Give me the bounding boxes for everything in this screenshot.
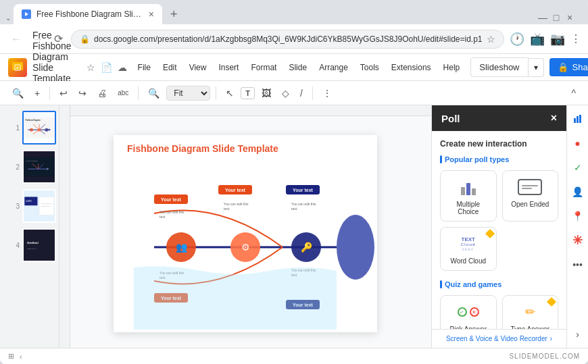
menu-format[interactable]: Format: [245, 60, 282, 75]
tab-list-btn[interactable]: ⌄: [5, 14, 11, 22]
menu-view[interactable]: View: [184, 60, 212, 75]
zoom-fit-button[interactable]: 🔍: [8, 85, 28, 101]
collapse-toolbar-button[interactable]: ^: [567, 85, 580, 101]
right-icon-pin[interactable]: 📍: [570, 208, 586, 224]
browser-more-button[interactable]: ⋮: [570, 32, 581, 45]
screen-recorder-link: Screen & Voice & Video Recorder: [446, 335, 547, 342]
poll-card-type-answer[interactable]: ✏ Type Answer: [502, 295, 559, 329]
minimize-button[interactable]: —: [538, 12, 547, 22]
menu-edit[interactable]: Edit: [157, 60, 182, 75]
slide-thumbnail-3[interactable]: LEARN: [22, 189, 56, 223]
bottom-left: ⊞ ‹: [8, 352, 22, 361]
right-icon-asterisk[interactable]: ✳: [570, 232, 586, 249]
svg-text:SlideModel: SlideModel: [27, 242, 39, 244]
camera-icon[interactable]: 📷: [550, 32, 565, 47]
back-button[interactable]: ←: [8, 30, 24, 48]
sidebar-collapse-button[interactable]: ‹: [20, 353, 22, 361]
bookmark-button[interactable]: ☆: [487, 34, 495, 45]
right-icon-check[interactable]: ✓: [570, 159, 586, 176]
history-icon[interactable]: 🕐: [510, 32, 524, 47]
app-right-actions: Slideshow ▾ 🔒 Share ▾: [470, 57, 588, 77]
ruler-top: [59, 105, 431, 116]
right-icon-chart[interactable]: [570, 111, 586, 127]
grid-view-button[interactable]: ⊞: [8, 352, 14, 361]
menu-arrange[interactable]: Arrange: [314, 60, 353, 75]
slide-number-1: 1: [14, 124, 20, 132]
right-icon-user[interactable]: 👤: [570, 184, 586, 200]
menu-slide[interactable]: Slide: [283, 60, 312, 75]
poll-card-pick-answer[interactable]: ✓ ✕ Pick Answer: [440, 295, 497, 329]
more-tools-button[interactable]: ⋮: [318, 85, 336, 101]
menu-file[interactable]: File: [132, 60, 156, 75]
toolbar: 🔍 + ↩ ↪ 🖨 abc 🔍 Fit 50% 75% 100% ↖ T 🖼 ◇…: [0, 81, 588, 105]
type-answer-label: Type Answer: [511, 326, 549, 329]
type-answer-icon: ✏: [516, 301, 543, 323]
poll-close-button[interactable]: ×: [551, 112, 557, 124]
poll-card-word-cloud[interactable]: TEXT Cloud text Word Cloud: [440, 227, 497, 271]
cloud-icon[interactable]: ☁: [118, 62, 127, 73]
add-button[interactable]: +: [30, 85, 44, 101]
poll-card-open-ended[interactable]: Open Ended: [502, 170, 559, 222]
slide-thumb-wrapper-3: 3 LEARN: [3, 189, 56, 223]
svg-rect-64: [579, 115, 581, 123]
spellcheck-button[interactable]: abc: [114, 86, 132, 99]
redo-button[interactable]: ↪: [74, 85, 91, 101]
slide-canvas[interactable]: Fishbone Diagram Slide Template: [114, 135, 377, 332]
doc-icon[interactable]: 📄: [101, 62, 112, 73]
star-icon[interactable]: ☆: [87, 62, 95, 73]
menu-insert[interactable]: Insert: [213, 60, 244, 75]
maximize-button[interactable]: □: [552, 12, 561, 22]
menu-help[interactable]: Help: [438, 60, 466, 75]
poll-card-multiple-choice[interactable]: Multiple Choice: [440, 170, 497, 222]
lock-icon: 🔒: [80, 34, 90, 44]
panel-expand-button[interactable]: ›: [570, 326, 586, 342]
print-button[interactable]: 🖨: [93, 85, 111, 101]
toolbar-separator-2: [138, 86, 139, 100]
svg-rect-4: [16, 67, 19, 68]
poll-games-title: Quiz and games: [440, 280, 558, 288]
tab-title: Free Fishbone Diagram Slide Te...: [36, 9, 143, 19]
tab-close-btn[interactable]: ×: [149, 9, 154, 20]
slideshow-dropdown[interactable]: ▾: [529, 58, 544, 77]
close-button[interactable]: ×: [565, 12, 574, 22]
new-tab-button[interactable]: +: [165, 7, 183, 24]
slide-thumb-wrapper-2: 2 Fishbone Diagram: [3, 150, 56, 184]
svg-rect-2: [12, 62, 23, 70]
url-bar[interactable]: 🔒 docs.google.com/presentation/d/1aKzgbb…: [71, 30, 504, 49]
footer-arrow: ›: [550, 335, 552, 342]
tab-left-controls: ⌄: [5, 14, 11, 24]
share-button-group: 🔒 Share ▾: [549, 58, 588, 76]
menu-tools[interactable]: Tools: [355, 60, 385, 75]
svg-rect-28: [39, 197, 54, 215]
svg-text:👥: 👥: [176, 242, 188, 253]
svg-text:LEARN: LEARN: [26, 200, 32, 203]
content-area: 1 Fishbone Diagram: [0, 105, 588, 348]
svg-text:🔑: 🔑: [301, 242, 313, 253]
image-tool[interactable]: 🖼: [258, 85, 275, 101]
zoom-select[interactable]: Fit 50% 75% 100%: [166, 86, 210, 101]
app-bar: Free Fishbone Diagram Slide Template for…: [0, 54, 588, 81]
right-icon-circle[interactable]: ●: [570, 135, 586, 151]
canvas-area: Fishbone Diagram Slide Template: [59, 105, 431, 348]
slideshow-button[interactable]: Slideshow: [470, 57, 528, 77]
zoom-icon-button[interactable]: 🔍: [144, 85, 164, 101]
line-tool[interactable]: /: [296, 85, 307, 101]
poll-footer[interactable]: Screen & Voice & Video Recorder ›: [432, 329, 566, 348]
undo-button[interactable]: ↩: [55, 85, 72, 101]
toolbar-separator-3: [216, 86, 216, 100]
slide-thumbnail-4[interactable]: SlideModel slidemodel.com: [22, 228, 56, 262]
svg-text:⚙: ⚙: [241, 242, 250, 253]
cast-icon[interactable]: 📺: [530, 32, 545, 47]
cursor-tool[interactable]: ↖: [222, 85, 238, 101]
poll-header: Poll ×: [432, 105, 566, 131]
share-button[interactable]: 🔒 Share: [549, 58, 588, 76]
slide-thumbnail-1[interactable]: Fishbone Diagram: [22, 111, 56, 145]
active-tab[interactable]: Free Fishbone Diagram Slide Te... ×: [14, 4, 162, 24]
shape-tool[interactable]: ◇: [278, 85, 293, 101]
address-right: 🕐 📺 📷 ⋮: [510, 32, 581, 47]
text-box-tool[interactable]: T: [241, 87, 255, 99]
url-text: docs.google.com/presentation/d/1aKzgbbsg…: [94, 34, 483, 44]
slide-thumbnail-2[interactable]: Fishbone Diagram: [22, 150, 56, 184]
menu-extensions[interactable]: Extensions: [386, 60, 437, 75]
right-icon-more[interactable]: •••: [570, 257, 586, 273]
